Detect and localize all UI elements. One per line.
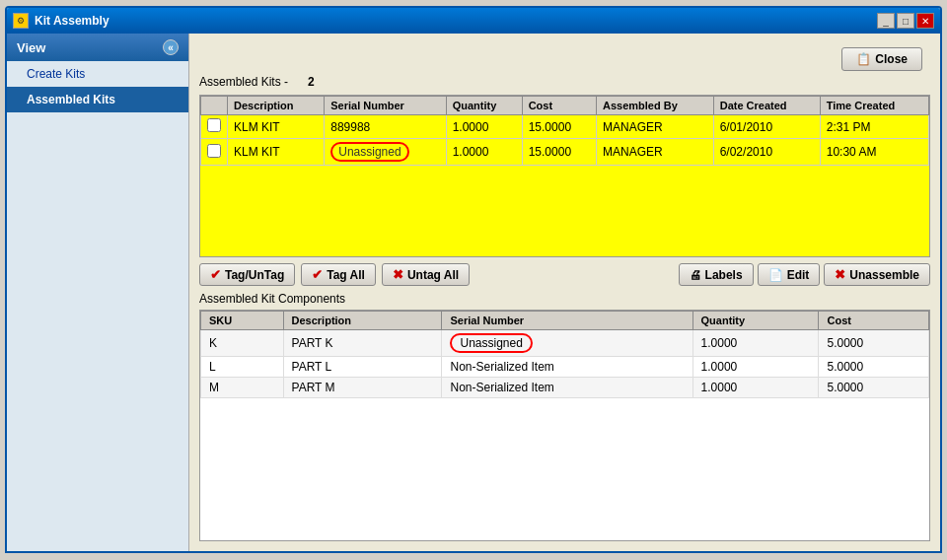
comp-row1-quantity: 1.0000 — [692, 330, 819, 357]
comp-row3-serial: Non-Serialized Item — [442, 378, 692, 398]
row2-serial: Unassigned — [325, 139, 446, 166]
edit-button[interactable]: 📄 Edit — [758, 263, 821, 286]
list-item: M PART M Non-Serialized Item 1.0000 5.00… — [201, 378, 929, 398]
row2-checkbox[interactable] — [207, 144, 221, 158]
comp-row2-description: PART L — [283, 357, 442, 378]
comp-row3-cost: 5.0000 — [819, 378, 929, 398]
assembled-kits-header: Assembled Kits - 2 — [199, 75, 930, 89]
comp-row1-description: PART K — [283, 330, 442, 357]
list-item: K PART K Unassigned 1.0000 5.0000 — [201, 330, 929, 357]
window-controls: _ □ ✕ — [877, 13, 934, 29]
comp-row2-quantity: 1.0000 — [692, 357, 819, 378]
content-area: 📋 Close Assembled Kits - 2 Description S… — [189, 34, 940, 551]
row2-cost: 15.0000 — [522, 139, 596, 166]
row1-checkbox[interactable] — [207, 118, 221, 132]
components-table: SKU Description Serial Number Quantity C… — [200, 311, 929, 398]
title-bar: ⚙ Kit Assembly _ □ ✕ — [7, 8, 940, 34]
comp-row1-serial: Unassigned — [442, 330, 692, 357]
main-window: ⚙ Kit Assembly _ □ ✕ View « Create Kits … — [5, 6, 942, 553]
row2-serial-unassigned: Unassigned — [330, 142, 408, 162]
col-serial-number: Serial Number — [325, 97, 446, 115]
row1-time-created: 2:31 PM — [820, 115, 928, 139]
sidebar-item-create-kits[interactable]: Create Kits — [7, 61, 188, 87]
sidebar-collapse-icon[interactable]: « — [163, 39, 179, 55]
row1-cost: 15.0000 — [522, 115, 596, 139]
unassemble-icon: ✖ — [835, 267, 845, 282]
sidebar: View « Create Kits Assembled Kits — [7, 34, 189, 551]
action-buttons-row: ✔ Tag/UnTag ✔ Tag All ✖ Untag All 🖨 Labe… — [199, 263, 930, 286]
comp-col-description: Description — [283, 312, 442, 330]
row1-checkbox-cell — [201, 115, 228, 139]
row1-serial: 889988 — [325, 115, 446, 139]
title-bar-left: ⚙ Kit Assembly — [13, 13, 109, 29]
window-icon: ⚙ — [13, 13, 29, 29]
tag-all-button[interactable]: ✔ Tag All — [301, 263, 376, 286]
assembled-kits-label: Assembled Kits - — [199, 75, 288, 89]
row2-description: KLM KIT — [228, 139, 325, 166]
col-time-created: Time Created — [820, 97, 928, 115]
labels-button[interactable]: 🖨 Labels — [679, 263, 754, 286]
comp-row1-sku: K — [201, 330, 284, 357]
row1-description: KLM KIT — [228, 115, 325, 139]
row2-checkbox-cell — [201, 139, 228, 166]
comp-row1-serial-unassigned: Unassigned — [450, 333, 532, 353]
col-checkbox — [201, 97, 228, 115]
list-item: L PART L Non-Serialized Item 1.0000 5.00… — [201, 357, 929, 378]
minimize-button[interactable]: _ — [877, 13, 895, 29]
col-assembled-by: Assembled By — [597, 97, 714, 115]
row1-assembled-by: MANAGER — [597, 115, 714, 139]
table-row: KLM KIT Unassigned 1.0000 15.0000 MANAGE… — [201, 139, 929, 166]
row2-assembled-by: MANAGER — [597, 139, 714, 166]
edit-icon: 📄 — [768, 268, 783, 282]
row2-quantity: 1.0000 — [446, 139, 522, 166]
comp-row3-quantity: 1.0000 — [692, 378, 819, 398]
comp-col-cost: Cost — [819, 312, 929, 330]
comp-row2-cost: 5.0000 — [819, 357, 929, 378]
row1-date-created: 6/01/2010 — [713, 115, 820, 139]
comp-row2-serial: Non-Serialized Item — [442, 357, 692, 378]
untag-all-icon: ✖ — [393, 267, 403, 282]
assembled-kits-table-container: Description Serial Number Quantity Cost … — [199, 95, 930, 257]
tag-untag-icon: ✔ — [210, 267, 221, 282]
assembled-kits-table: Description Serial Number Quantity Cost … — [200, 96, 929, 166]
comp-row3-sku: M — [201, 378, 284, 398]
sidebar-header: View « — [7, 34, 188, 61]
sidebar-header-label: View — [17, 40, 45, 55]
comp-col-sku: SKU — [201, 312, 284, 330]
table-row: KLM KIT 889988 1.0000 15.0000 MANAGER 6/… — [201, 115, 929, 139]
window-title: Kit Assembly — [35, 14, 109, 28]
components-header: Assembled Kit Components — [199, 292, 930, 306]
col-date-created: Date Created — [713, 97, 820, 115]
row2-date-created: 6/02/2010 — [713, 139, 820, 166]
comp-row3-description: PART M — [283, 378, 442, 398]
unassemble-button[interactable]: ✖ Unassemble — [824, 263, 930, 286]
close-icon: 📋 — [856, 52, 871, 66]
maximize-button[interactable]: □ — [897, 13, 914, 29]
row1-quantity: 1.0000 — [446, 115, 522, 139]
tag-all-icon: ✔ — [312, 267, 323, 282]
labels-icon: 🖨 — [690, 268, 701, 282]
sidebar-item-assembled-kits[interactable]: Assembled Kits — [7, 87, 188, 112]
window-close-button[interactable]: ✕ — [916, 13, 934, 29]
tag-untag-button[interactable]: ✔ Tag/UnTag — [199, 263, 295, 286]
row2-time-created: 10:30 AM — [820, 139, 928, 166]
kit-count: 2 — [308, 75, 315, 89]
col-cost: Cost — [522, 97, 596, 115]
comp-row2-sku: L — [201, 357, 284, 378]
col-description: Description — [228, 97, 325, 115]
comp-col-serial: Serial Number — [442, 312, 692, 330]
right-buttons: 🖨 Labels 📄 Edit ✖ Unassemble — [679, 263, 930, 286]
close-button[interactable]: 📋 Close — [841, 47, 922, 71]
components-table-container: SKU Description Serial Number Quantity C… — [199, 310, 930, 541]
col-quantity: Quantity — [446, 97, 522, 115]
close-area: 📋 Close — [199, 43, 930, 75]
comp-row1-cost: 5.0000 — [819, 330, 929, 357]
untag-all-button[interactable]: ✖ Untag All — [382, 263, 470, 286]
comp-col-quantity: Quantity — [692, 312, 819, 330]
